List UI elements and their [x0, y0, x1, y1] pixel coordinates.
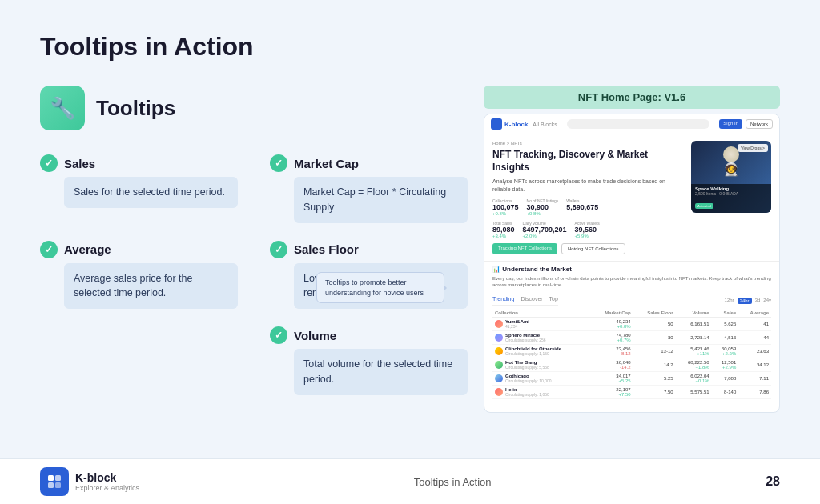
item-header-sales: ✓ Sales: [40, 154, 238, 172]
time-tab-12hr[interactable]: 12hr: [725, 298, 734, 304]
stat-collections: Collections 100,075 +0.8%: [492, 198, 519, 216]
img-badge: Animated: [695, 203, 713, 209]
time-tab-3d[interactable]: 3d: [755, 298, 761, 304]
understand-section: 📊 Understand the Market Every day, our I…: [484, 261, 779, 293]
slide: Tooltips in Action 🔧 Tooltips ✓ Sales Sa…: [0, 0, 820, 504]
cell-sales: 60,053 +2.3%: [712, 344, 739, 358]
cell-sales-floor: 13-12: [633, 344, 676, 358]
cell-sales: 8-140: [712, 385, 739, 398]
nft-nav: K-block All Blocks Sign In Network: [484, 114, 779, 134]
cell-sales: 7,888: [712, 371, 739, 385]
item-desc-volume: Total volume for the selected time perio…: [294, 349, 468, 395]
check-icon-sales: ✓: [40, 154, 58, 172]
item-desc-average: Average sales price for the selected tim…: [64, 263, 238, 310]
cell-collection: Clinchfield for Otherside Circulating su…: [492, 344, 591, 358]
tooltip-item-sales: ✓ Sales Sales for the selected time peri…: [40, 154, 238, 223]
col-header-market-cap: Market Cap: [591, 309, 633, 318]
tab-discover[interactable]: Discover: [521, 296, 542, 302]
collection-name: Clinchfield for Otherside: [505, 346, 561, 351]
cell-average: 7.86: [738, 385, 771, 398]
collection-avatar: [495, 361, 503, 369]
hero-title: NFT Tracking, Discovery & Market Insight…: [492, 149, 685, 174]
nav-buttons: Sign In Network: [719, 119, 773, 129]
stat-daily-volume-value: $497,709,201: [523, 226, 567, 234]
table-tabs: Trending Discover Top: [492, 296, 558, 306]
stat-listings-change: +0.8%: [527, 211, 559, 216]
stat-active-wallets: Active Wallets 39,560 +5.9%: [575, 221, 600, 238]
collection-supply: Circulating supply: 1,050: [505, 392, 549, 397]
stat-listings-label: No of NFT listings: [527, 198, 559, 203]
item-header-volume: ✓ Volume: [270, 326, 468, 344]
item-header-market-cap: ✓ Market Cap: [270, 154, 468, 172]
stat-wallets-value: 5,890,675: [566, 203, 598, 211]
cell-volume: 5,575.51: [676, 385, 712, 398]
nft-table: Collection Market Cap Sales Floor Volume…: [492, 309, 771, 399]
nav-signin-btn[interactable]: Sign In: [719, 119, 742, 129]
table-section: Trending Discover Top 12hr 24hr 3d 24v: [484, 293, 779, 402]
col-header-collection: Collection: [492, 309, 591, 318]
cell-average: 7.11: [738, 371, 771, 385]
tooltips-icon: 🔧: [40, 86, 85, 130]
nav-network-btn[interactable]: Network: [746, 119, 773, 129]
collection-avatar: [495, 334, 503, 342]
content-area: 🔧 Tooltips ✓ Sales Sales for the selecte…: [40, 86, 780, 413]
col-header-volume: Volume: [676, 309, 712, 318]
collection-supply: Circulating supply: 1,150: [505, 351, 561, 356]
footer-page-number: 28: [766, 474, 780, 489]
tooltips-label: Tooltips: [96, 96, 175, 121]
nav-logo-box: [491, 118, 502, 130]
cell-volume: 68,222.56 +1.8%: [676, 358, 712, 371]
tooltip-item-volume-right: ✓ Volume Total volume for the selected t…: [270, 326, 468, 395]
stat-active-wallets-label: Active Wallets: [575, 221, 600, 226]
stat-listings: No of NFT listings 30,900 +0.8%: [527, 198, 559, 216]
stat-daily-volume-change: +2.0%: [523, 234, 567, 238]
tab-trending[interactable]: Trending: [492, 296, 514, 302]
collection-avatar: [495, 388, 503, 396]
table-row: Gothicago Circulating supply: 10,000 34,…: [492, 371, 771, 385]
time-tab-24hr[interactable]: 24hr: [738, 298, 752, 304]
hero-stats-row2: Total Sales 89,080 +3.4% Daily Volume $4…: [492, 221, 685, 238]
collection-avatar: [495, 320, 503, 328]
stat-total-sales-value: 89,080: [492, 226, 515, 234]
cell-market-cap: 36,048 -14.2: [591, 358, 633, 371]
stat-wallets: Wallets 5,890,675: [566, 198, 598, 216]
collection-name: Yumi&Ami: [505, 319, 529, 324]
check-icon-volume: ✓: [270, 326, 287, 344]
tooltip-item-volume: [40, 326, 238, 395]
hero-text: Home > NFTs NFT Tracking, Discovery & Ma…: [492, 141, 685, 254]
item-title-volume: Volume: [294, 329, 336, 342]
cell-volume: 6,022.04 +0.1%: [676, 371, 712, 385]
cell-collection: Hot The Gang Circulating supply: 5,558: [492, 358, 591, 371]
cell-sales: 5,625: [712, 317, 739, 330]
cell-volume: 6,163.51: [676, 317, 712, 330]
tooltip-item-average: ✓ Average Average sales price for the se…: [40, 241, 238, 310]
time-tab-24v[interactable]: 24v: [763, 298, 771, 304]
nav-links: All Blocks: [533, 122, 557, 127]
cell-market-cap: 34,017 +5.25: [591, 371, 633, 385]
table-row: Yumi&Ami 41,234 40,234 +0.8% 50 6,163.51…: [492, 317, 771, 330]
collection-avatar: [495, 374, 503, 382]
cell-collection: Yumi&Ami 41,234: [492, 317, 591, 330]
item-header-average: ✓ Average: [40, 241, 238, 258]
stat-collections-value: 100,075: [492, 203, 519, 211]
footer-brand: K-block Explorer & Analytics: [75, 471, 139, 492]
tab-top[interactable]: Top: [549, 296, 558, 302]
hero-btn-hotdog[interactable]: Hotdog NFT Collections: [561, 243, 625, 254]
hero-image: View Drops > 🧑‍🚀 Space Walking 2,500 Ite…: [691, 141, 771, 213]
moon-scene: 🧑‍🚀: [715, 145, 747, 177]
nft-label-bar: NFT Home Page: V1.6: [484, 86, 780, 109]
hero-image-overlay: Space Walking 2,500 Items · 0.045 ADA An…: [691, 184, 771, 213]
footer-brand-sub: Explorer & Analytics: [75, 484, 139, 492]
stat-active-wallets-change: +5.9%: [575, 234, 600, 238]
table-row: Hot The Gang Circulating supply: 5,558 3…: [492, 358, 771, 371]
hero-btn-tracking[interactable]: Tracking NFT Collections: [492, 243, 557, 254]
hero-stats-row1: Collections 100,075 +0.8% No of NFT list…: [492, 198, 685, 216]
nft-table-body: Yumi&Ami 41,234 40,234 +0.8% 50 6,163.51…: [492, 317, 771, 398]
item-title-average: Average: [64, 242, 111, 256]
footer-center-text: Tooltips in Action: [414, 476, 492, 488]
cell-collection: Sphero Miracle Circulating supply: 256: [492, 330, 591, 344]
cell-market-cap: 22,107 +7.50: [591, 385, 633, 398]
svg-rect-0: [48, 475, 54, 481]
cell-sales-floor: 30: [633, 330, 676, 344]
right-panel: NFT Home Page: V1.6 K-block All Blocks S…: [484, 86, 780, 413]
